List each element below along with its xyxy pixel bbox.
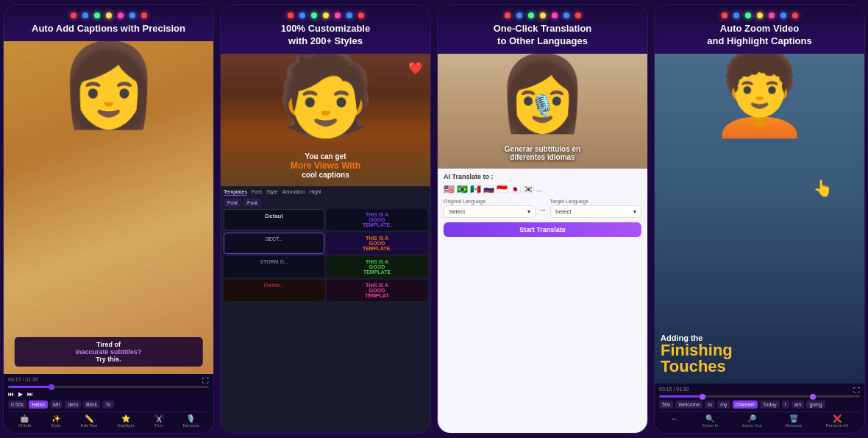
template-green[interactable]: THIS IS AGOODTEMPLATE — [327, 256, 427, 278]
chip-1[interactable]: 0.50s — [8, 400, 26, 409]
card4-timeline[interactable] — [659, 395, 860, 398]
flag-us[interactable]: 🇺🇸 — [444, 184, 455, 194]
card1-toolbar: 🤖 AI Edit ✨ Style ✏️ Edit Text ⭐ Highlig… — [8, 411, 209, 430]
more-flags[interactable]: ... — [536, 185, 542, 193]
translate-panel: AI Translate to : 🇺🇸 🇧🇷 🇲🇽 🇷🇺 🇮🇩 🇯🇵 🇰🇷 .… — [438, 169, 647, 433]
fullscreen-icon[interactable]: ⛶ — [202, 377, 209, 384]
font-select-2[interactable]: Font — [243, 199, 261, 207]
card1-time: 00:15 / 01:30 — [8, 377, 38, 382]
card1-controls: 00:15 / 01:30 ⛶ ⏮ ▶ ⏭ 0.50s Hello! Mit d… — [4, 374, 213, 433]
chip4-2[interactable]: Welcome — [675, 400, 702, 409]
card4-chips: 50s Welcome to my channel! Today I am go… — [659, 400, 860, 409]
tool-denoise[interactable]: 🎙️ Denoise — [182, 414, 199, 428]
chip-4[interactable]: dem — [65, 400, 81, 409]
template-storm-label: STORM G... — [227, 259, 321, 264]
lights-row-3 — [445, 13, 640, 18]
tool-remove-all[interactable]: ❌ Remove All — [825, 414, 847, 428]
target-lang-container: Target Language Select ▾ — [550, 199, 642, 218]
timeline-progress-4 — [659, 395, 700, 398]
chip4-1[interactable]: 50s — [659, 400, 673, 409]
remove-label: Remove — [786, 423, 802, 428]
light-p4 — [769, 13, 775, 18]
flag-jp[interactable]: 🇯🇵 — [510, 184, 521, 194]
light-r2b — [358, 13, 364, 18]
tab-highlight[interactable]: Highl — [310, 189, 321, 196]
tab-style[interactable]: Style — [266, 189, 278, 196]
templates-panel: Templates Font Style Animation Highl Fon… — [221, 186, 430, 433]
tool-remove[interactable]: 🗑️ Remove — [786, 414, 802, 428]
chip4-highlighted[interactable]: channel! — [733, 400, 758, 409]
lang-selects-row: Original Language Select ▾ → Target Lang… — [444, 199, 641, 218]
tool-style[interactable]: ✨ Style — [51, 414, 60, 428]
card2-image: 🧑 You can get More Views With cool capti… — [221, 54, 430, 186]
timeline-dot-4b — [810, 394, 816, 400]
card2-title: 100% Customizablewith 200+ Styles — [228, 23, 423, 48]
tab-animation[interactable]: Animation — [282, 189, 305, 196]
template-storm[interactable]: STORM G... — [224, 256, 324, 278]
template-grid: Defaul THIS IS AGOODTEMPLATE. SECT... TH… — [224, 209, 427, 301]
rewind-icon[interactable]: ⏮ — [8, 391, 14, 398]
light-p3 — [552, 13, 558, 18]
tool-zoom-out[interactable]: 🔎 Zoom Out — [742, 414, 762, 428]
card4-time: 00:15 / 01:30 — [659, 386, 689, 392]
card4-image: 🧑‍🦱 👆 Adding the FinishingTouches — [655, 54, 864, 384]
template-pink[interactable]: THIS IS AGOODTEMPLAT — [327, 280, 427, 301]
tab-templates[interactable]: Templates — [224, 189, 247, 196]
chip4-3[interactable]: to — [705, 400, 715, 409]
tool-edit-text[interactable]: ✏️ Edit Text — [80, 414, 97, 428]
tool-zoom-in[interactable]: 🔍 Zoom In — [702, 414, 718, 428]
original-lang-label: Original Language — [444, 199, 536, 204]
light-pink-1 — [118, 13, 124, 18]
card2-overlay: You can get More Views With cool caption… — [231, 152, 420, 179]
flag-id[interactable]: 🇮🇩 — [497, 184, 508, 194]
target-lang-select[interactable]: Select ▾ — [550, 205, 642, 218]
template-fredok[interactable]: Fredok... — [224, 280, 324, 301]
chip-3[interactable]: Mit — [50, 400, 63, 409]
chip4-5[interactable]: Today — [760, 400, 780, 409]
flag-mx[interactable]: 🇲🇽 — [470, 184, 481, 194]
tool-trim[interactable]: ✂️ Trim — [154, 414, 163, 428]
chip4-4[interactable]: my — [717, 400, 730, 409]
play-icon[interactable]: ▶ — [18, 391, 23, 398]
lights-row-4 — [662, 13, 857, 18]
card1-content: 👩 Tired of inaccurate subtitles? Try thi… — [4, 41, 213, 433]
original-lang-select[interactable]: Select ▾ — [444, 205, 536, 218]
card4-fullscreen-icon[interactable]: ⛶ — [853, 386, 860, 394]
person4-visual: 🧑‍🦱 — [709, 54, 810, 141]
card4-title: Auto Zoom Videoand Highlight Captions — [662, 23, 857, 48]
light-yellow-1 — [106, 13, 112, 18]
chip4-6[interactable]: I — [782, 400, 789, 409]
caption-line1: Tired of — [96, 341, 121, 348]
highlight-icon: ⭐ — [121, 414, 130, 423]
tab-font[interactable]: Font — [252, 189, 262, 196]
template-default[interactable]: Defaul — [224, 209, 324, 230]
card1-caption-overlay: Tired of inaccurate subtitles? Try this. — [14, 337, 203, 367]
template-good-1[interactable]: THIS IS AGOODTEMPLATE. — [327, 209, 427, 230]
trim-label: Trim — [154, 423, 163, 428]
chip-5[interactable]: Blink — [83, 400, 100, 409]
start-translate-button[interactable]: Start Translate — [444, 222, 641, 237]
font-select-1[interactable]: Font — [224, 199, 241, 207]
tool-highlight[interactable]: ⭐ Highlight — [117, 414, 134, 428]
chip4-8[interactable]: going — [806, 400, 825, 409]
light-r4 — [722, 13, 728, 18]
chip-2[interactable]: Hello! — [29, 400, 48, 409]
flag-br[interactable]: 🇧🇷 — [457, 184, 468, 194]
flag-kr[interactable]: 🇰🇷 — [523, 184, 534, 194]
chip-6[interactable]: To — [102, 400, 113, 409]
template-pink-label: THIS IS AGOODTEMPLAT — [330, 283, 424, 298]
card1-chips: 0.50s Hello! Mit dem Blink To — [8, 400, 209, 409]
tool-back[interactable]: ← — [671, 414, 678, 428]
template-selected[interactable]: SECT... — [224, 233, 324, 254]
light-r2 — [288, 13, 294, 18]
card4-toolbar: ← 🔍 Zoom In 🔎 Zoom Out 🗑️ Remove ❌ Remov… — [659, 411, 860, 430]
flag-ru[interactable]: 🇷🇺 — [483, 184, 494, 194]
template-orange-1[interactable]: THIS IS AGOODTEMPLATE. — [327, 233, 427, 254]
fast-forward-icon[interactable]: ⏭ — [27, 391, 33, 398]
tool-ai-edit[interactable]: 🤖 AI Edit — [18, 414, 31, 428]
zoom-in-label: Zoom In — [702, 423, 718, 428]
card1-playback: ⏮ ▶ ⏭ — [8, 391, 209, 398]
style-icon: ✨ — [51, 414, 60, 423]
card1-timeline[interactable] — [8, 386, 209, 388]
chip4-7[interactable]: am — [791, 400, 805, 409]
